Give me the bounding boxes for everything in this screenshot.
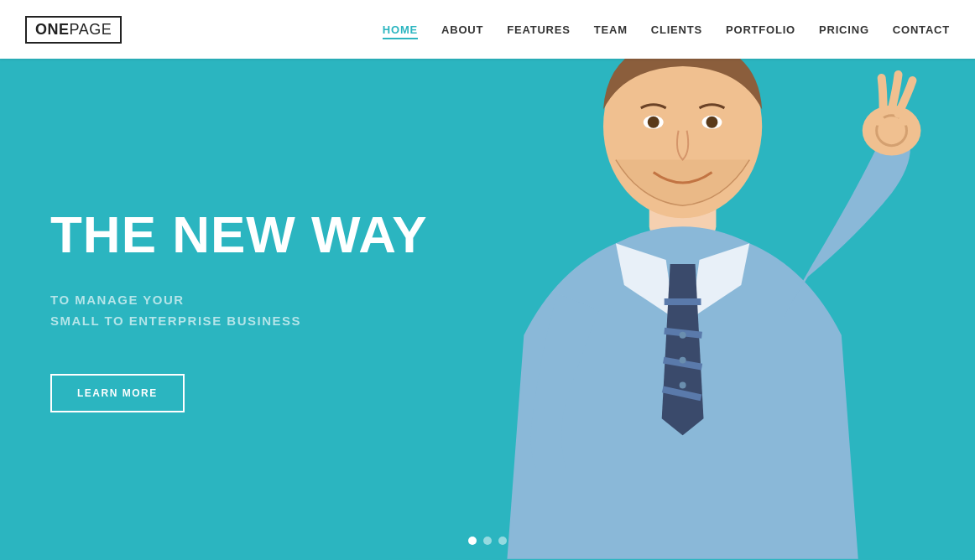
slider-dot-1[interactable]: [468, 537, 477, 545]
svg-point-16: [679, 357, 686, 364]
nav-item-about[interactable]: ABOUT: [441, 22, 483, 37]
svg-point-13: [871, 116, 884, 126]
nav-link-pricing[interactable]: PRICING: [819, 23, 869, 36]
nav-link-portfolio[interactable]: PORTFOLIO: [726, 23, 795, 36]
hero-subtitle-line1: TO MANAGE YOUR: [50, 293, 185, 307]
nav-item-clients[interactable]: CLIENTS: [651, 22, 702, 37]
navbar: ONEPAGE HOME ABOUT FEATURES TEAM CLIENTS…: [0, 0, 975, 59]
nav-item-portfolio[interactable]: PORTFOLIO: [726, 22, 795, 37]
hero-title: THE NEW WAY: [50, 206, 428, 263]
svg-point-15: [679, 332, 686, 339]
logo-text: ONEPAGE: [35, 21, 112, 38]
nav-link-clients[interactable]: CLIENTS: [651, 23, 702, 36]
svg-point-17: [679, 382, 686, 389]
logo[interactable]: ONEPAGE: [25, 16, 122, 44]
logo-regular: PAGE: [70, 21, 112, 38]
hero-image: [390, 0, 975, 560]
hero-subtitle: TO MANAGE YOUR SMALL TO ENTERPRISE BUSIN…: [50, 289, 428, 332]
learn-more-button[interactable]: LEARN MORE: [50, 374, 185, 412]
nav-link-about[interactable]: ABOUT: [441, 23, 483, 36]
slider-dots: [468, 537, 507, 545]
logo-bold: ONE: [35, 21, 70, 38]
nav-link-features[interactable]: FEATURES: [507, 23, 571, 36]
nav-item-contact[interactable]: CONTACT: [893, 22, 950, 37]
nav-menu: HOME ABOUT FEATURES TEAM CLIENTS PORTFOL…: [383, 22, 950, 37]
slider-dot-3[interactable]: [498, 537, 507, 545]
nav-link-home[interactable]: HOME: [383, 23, 418, 39]
nav-link-contact[interactable]: CONTACT: [893, 23, 950, 36]
nav-item-team[interactable]: TEAM: [594, 22, 628, 37]
nav-item-home[interactable]: HOME: [383, 22, 418, 37]
svg-point-8: [648, 117, 660, 128]
person-illustration: [390, 0, 975, 560]
nav-link-team[interactable]: TEAM: [594, 23, 628, 36]
hero-section: THE NEW WAY TO MANAGE YOUR SMALL TO ENTE…: [0, 0, 975, 560]
svg-point-10: [706, 117, 717, 128]
nav-item-features[interactable]: FEATURES: [507, 22, 571, 37]
nav-item-pricing[interactable]: PRICING: [819, 22, 869, 37]
hero-content: THE NEW WAY TO MANAGE YOUR SMALL TO ENTE…: [0, 148, 428, 412]
hero-subtitle-line2: SMALL TO ENTERPRISE BUSINESS: [50, 314, 301, 328]
slider-dot-2[interactable]: [483, 537, 492, 545]
